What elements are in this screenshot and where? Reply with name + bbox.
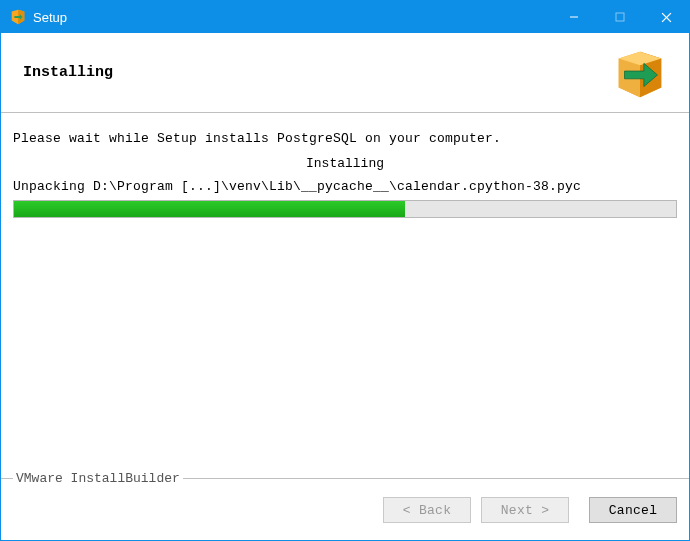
footer: VMware InstallBuilder < Back Next > Canc… xyxy=(1,478,689,540)
progress-fill xyxy=(14,201,405,217)
titlebar: Setup xyxy=(1,1,689,33)
wait-message: Please wait while Setup installs Postgre… xyxy=(13,131,677,146)
app-icon xyxy=(9,8,27,26)
cancel-button[interactable]: Cancel xyxy=(589,497,677,523)
status-subtitle: Installing xyxy=(13,156,677,171)
button-row: < Back Next > Cancel xyxy=(383,497,677,523)
progress-bar xyxy=(13,200,677,218)
content-area: Please wait while Setup installs Postgre… xyxy=(1,113,689,478)
back-button: < Back xyxy=(383,497,471,523)
svg-rect-1 xyxy=(616,13,624,21)
header: Installing xyxy=(1,33,689,113)
brand-label: VMware InstallBuilder xyxy=(13,471,183,486)
window-title: Setup xyxy=(33,10,551,25)
current-file-label: Unpacking D:\Program [...]\venv\Lib\__py… xyxy=(13,179,677,194)
close-button[interactable] xyxy=(643,1,689,33)
maximize-button[interactable] xyxy=(597,1,643,33)
next-button: Next > xyxy=(481,497,569,523)
box-arrow-icon xyxy=(611,44,669,102)
page-title: Installing xyxy=(23,64,113,81)
window-controls xyxy=(551,1,689,33)
minimize-button[interactable] xyxy=(551,1,597,33)
